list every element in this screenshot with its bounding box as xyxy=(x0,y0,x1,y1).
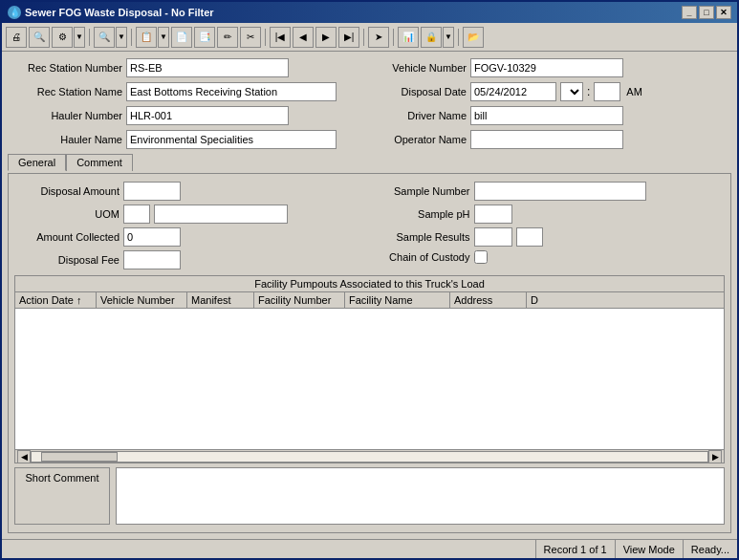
nav-prev[interactable]: ◀ xyxy=(293,27,314,48)
edit-button[interactable]: ✏ xyxy=(217,27,238,48)
operator-name-row: Operator Name xyxy=(371,129,731,150)
col-vehicle-number[interactable]: Vehicle Number xyxy=(97,292,187,308)
amount-collected-label: Amount Collected xyxy=(14,231,120,243)
app-icon: 💧 xyxy=(8,6,21,19)
col-d[interactable]: D xyxy=(527,292,724,308)
cut-button[interactable]: ✂ xyxy=(240,27,261,48)
window-controls: _ □ ✕ xyxy=(682,6,731,19)
sep5 xyxy=(393,29,394,46)
hauler-name-label: Hauler Name xyxy=(8,134,122,145)
folder-button[interactable]: 📂 xyxy=(463,27,484,48)
new-button[interactable]: 📄 xyxy=(171,27,192,48)
chain-custody-checkbox[interactable] xyxy=(474,250,488,264)
uom-label: UOM xyxy=(14,208,120,220)
window-title: Sewer FOG Waste Disposal - No Filter xyxy=(25,7,214,18)
sample-results-label: Sample Results xyxy=(375,231,470,243)
scroll-right-button[interactable]: ▶ xyxy=(708,450,722,463)
driver-name-input[interactable] xyxy=(470,106,623,125)
tabs-container: General Comment xyxy=(8,153,731,170)
disposal-date-input[interactable] xyxy=(470,82,556,101)
table-header: Action Date ↑ Vehicle Number Manifest Fa… xyxy=(15,292,724,309)
rec-station-number-input[interactable] xyxy=(126,58,289,77)
rec-station-number-row: Rec Station Number xyxy=(8,57,368,78)
hauler-number-input[interactable] xyxy=(126,106,289,125)
table-scrollbar-area: ◀ ▶ xyxy=(15,449,724,463)
copy-button[interactable]: 📋 xyxy=(136,27,157,48)
preview-button[interactable]: 🔍 xyxy=(29,27,50,48)
scroll-thumb[interactable] xyxy=(41,452,118,462)
goto-button[interactable]: ➤ xyxy=(368,27,389,48)
lock-dropdown[interactable]: ▼ xyxy=(443,27,454,48)
short-comment-label: Short Comment xyxy=(14,467,110,525)
disposal-fee-field: Disposal Fee xyxy=(14,250,365,269)
operator-name-input[interactable] xyxy=(470,130,623,149)
sep3 xyxy=(265,29,266,46)
disposal-date-dropdown[interactable] xyxy=(560,82,583,101)
disposal-date-row: Disposal Date : AM xyxy=(371,81,731,102)
nav-last[interactable]: ▶| xyxy=(338,27,359,48)
chain-custody-label: Chain of Custody xyxy=(375,251,470,263)
disposal-fee-input[interactable] xyxy=(123,250,181,269)
sep2 xyxy=(131,29,132,46)
maximize-button[interactable]: □ xyxy=(699,6,714,19)
uom-input1[interactable] xyxy=(123,205,150,224)
filter-dropdown[interactable]: ▼ xyxy=(116,27,127,48)
amount-collected-field: Amount Collected xyxy=(14,227,365,247)
col-manifest[interactable]: Manifest xyxy=(187,292,254,308)
short-comment-input[interactable] xyxy=(116,467,725,525)
uom-input2[interactable] xyxy=(154,205,288,224)
table-body[interactable] xyxy=(15,309,724,449)
col-address[interactable]: Address xyxy=(450,292,527,308)
horizontal-scrollbar[interactable] xyxy=(31,451,708,463)
tools-button[interactable]: ⚙ xyxy=(52,27,73,48)
sample-number-label: Sample Number xyxy=(375,185,470,197)
col-action-date[interactable]: Action Date ↑ xyxy=(15,292,97,308)
print-button[interactable]: 🖨 xyxy=(6,27,27,48)
chain-custody-field: Chain of Custody xyxy=(375,250,726,264)
sample-ph-label: Sample pH xyxy=(375,208,470,220)
col-facility-name[interactable]: Facility Name xyxy=(345,292,450,308)
sample-number-input[interactable] xyxy=(474,182,646,201)
tab-comment[interactable]: Comment xyxy=(66,154,133,171)
amount-collected-input[interactable] xyxy=(123,227,181,247)
lock-button[interactable]: 🔒 xyxy=(421,27,442,48)
open-button[interactable]: 📑 xyxy=(194,27,215,48)
nav-next[interactable]: ▶ xyxy=(315,27,337,48)
close-button[interactable]: ✕ xyxy=(716,6,731,19)
tools-dropdown[interactable]: ▼ xyxy=(74,27,85,48)
disposal-date-label: Disposal Date xyxy=(371,86,467,97)
filter-button[interactable]: 🔍 xyxy=(94,27,115,48)
content-area: Rec Station Number Rec Station Name Haul… xyxy=(2,52,737,539)
col-facility-number[interactable]: Facility Number xyxy=(254,292,345,308)
disposal-amount-field: Disposal Amount xyxy=(14,182,365,201)
nav-first[interactable]: |◀ xyxy=(270,27,291,48)
hauler-name-input[interactable] xyxy=(126,130,337,149)
vehicle-number-label: Vehicle Number xyxy=(371,62,467,74)
scroll-left-button[interactable]: ◀ xyxy=(17,450,31,463)
record-status: Record 1 of 1 xyxy=(536,540,616,558)
tab-general[interactable]: General xyxy=(8,154,66,171)
disposal-amount-input[interactable] xyxy=(123,182,181,201)
disposal-time-input[interactable] xyxy=(594,82,620,101)
sample-ph-field: Sample pH xyxy=(375,205,726,224)
title-bar-left: 💧 Sewer FOG Waste Disposal - No Filter xyxy=(8,6,214,19)
uom-field: UOM xyxy=(14,205,365,224)
top-right-fields: Vehicle Number Disposal Date : AM Driver… xyxy=(371,57,731,150)
rec-station-name-input[interactable] xyxy=(126,82,337,101)
main-window: 💧 Sewer FOG Waste Disposal - No Filter _… xyxy=(0,0,739,560)
status-empty xyxy=(2,540,536,558)
sample-ph-input[interactable] xyxy=(474,205,512,224)
disposal-fee-label: Disposal Fee xyxy=(14,254,120,266)
top-left-fields: Rec Station Number Rec Station Name Haul… xyxy=(8,57,368,150)
facility-table: Facility Pumpouts Associated to this Tru… xyxy=(14,275,725,463)
comment-section: Short Comment xyxy=(14,467,725,525)
chart-button[interactable]: 📊 xyxy=(398,27,419,48)
sample-results-input2[interactable] xyxy=(516,227,543,247)
hauler-name-row: Hauler Name xyxy=(8,129,368,150)
copy-dropdown[interactable]: ▼ xyxy=(158,27,169,48)
title-bar: 💧 Sewer FOG Waste Disposal - No Filter _… xyxy=(2,2,737,23)
vehicle-number-input[interactable] xyxy=(470,58,623,77)
minimize-button[interactable]: _ xyxy=(682,6,697,19)
driver-name-row: Driver Name xyxy=(371,105,731,126)
sample-results-input1[interactable] xyxy=(474,227,512,247)
